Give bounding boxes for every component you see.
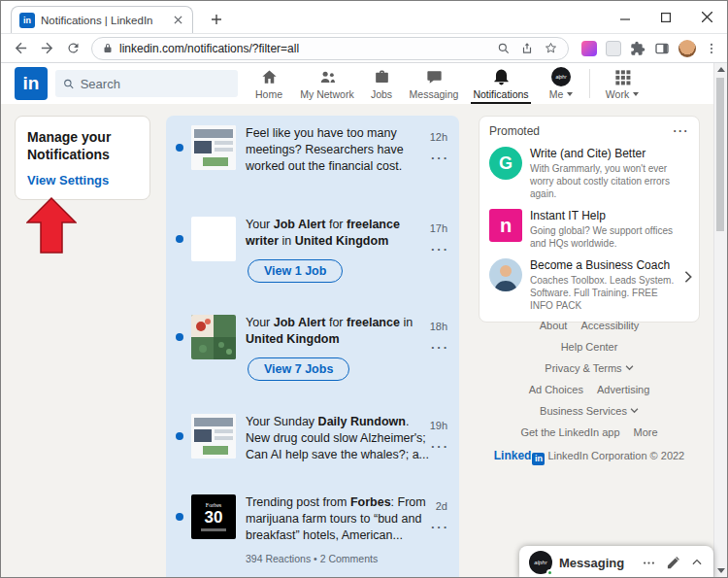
notification-item[interactable]: Your Sunday Daily Rundown. New drug coul…: [166, 414, 459, 463]
promoted-more-icon[interactable]: ···: [674, 124, 690, 138]
browser-window: in Notifications | LinkedIn linkedin.co: [0, 0, 728, 578]
bookmark-star-icon[interactable]: [544, 41, 558, 55]
search-box[interactable]: [55, 70, 238, 97]
notification-text: Feel like you have too many meetings? Re…: [246, 125, 432, 175]
maximize-button[interactable]: [645, 1, 686, 33]
linkedin-wordmark-in: in: [532, 453, 545, 465]
coach-photo-avatar: [489, 258, 522, 291]
chevron-right-icon[interactable]: [683, 270, 693, 288]
new-tab-button[interactable]: [207, 10, 226, 29]
messaging-dock[interactable]: alphr Messaging: [519, 546, 713, 578]
chevron-up-icon[interactable]: [690, 556, 704, 569]
work-grid-icon: [613, 68, 632, 86]
extensions-area: [581, 40, 718, 57]
nav-notifications[interactable]: Notifications: [465, 63, 537, 104]
linkedin-favicon: in: [19, 13, 35, 28]
side-panel-icon[interactable]: [654, 41, 670, 56]
timestamp: 18h: [430, 321, 447, 332]
view-settings-link[interactable]: View Settings: [27, 173, 138, 187]
unread-dot: [176, 513, 183, 521]
footer-link-advertising[interactable]: Advertising: [597, 384, 649, 395]
reactions-count[interactable]: 394 Reactions: [246, 553, 311, 564]
comments-count[interactable]: 2 Comments: [320, 553, 379, 564]
grammarly-icon: G: [489, 147, 522, 180]
nav-messaging[interactable]: Messaging: [403, 63, 465, 104]
footer-logo-line: LinkedinLinkedIn Corporation © 2022: [492, 448, 686, 465]
scroll-down-arrow[interactable]: [714, 564, 727, 577]
extension-icon[interactable]: [606, 41, 621, 56]
url-text: linkedin.com/notifications/?filter=all: [119, 42, 491, 55]
unread-dot: [176, 333, 183, 341]
notification-text: Your Job Alert for freelance in United K…: [246, 315, 432, 348]
search-input[interactable]: [81, 77, 230, 91]
footer-link-privacy-terms[interactable]: Privacy & Terms: [545, 362, 633, 374]
puzzle-extensions-icon[interactable]: [630, 41, 645, 56]
messaging-more-icon[interactable]: [642, 556, 656, 570]
reactions-line: 394 Reactions • 2 Comments: [246, 553, 432, 564]
nav-my-network[interactable]: My Network: [294, 63, 360, 104]
notification-item[interactable]: Forbes30 Trending post from Forbes: From…: [166, 494, 459, 564]
nav-home[interactable]: Home: [244, 63, 294, 104]
back-button[interactable]: [9, 37, 32, 60]
more-menu-icon[interactable]: ···: [431, 151, 449, 165]
notification-item[interactable]: Feel like you have too many meetings? Re…: [166, 125, 459, 175]
chrome-menu-icon[interactable]: [705, 42, 718, 55]
bell-icon: [492, 68, 511, 86]
zoom-icon[interactable]: [497, 42, 511, 55]
search-icon: [63, 78, 75, 90]
view-jobs-button[interactable]: View 7 Jobs: [248, 357, 349, 381]
jobs-icon: [373, 68, 391, 86]
footer-link-about[interactable]: About: [540, 320, 568, 331]
online-status-dot: [546, 569, 553, 576]
notification-text: Your Sunday Daily Rundown. New drug coul…: [246, 414, 432, 463]
minimize-button[interactable]: [605, 1, 645, 33]
browser-tab[interactable]: in Notifications | LinkedIn: [11, 6, 193, 33]
daily-rundown-thumbnail: [191, 414, 236, 459]
ad-instant-it[interactable]: n Instant IT Help Going global? We suppo…: [489, 209, 689, 250]
share-icon[interactable]: [520, 42, 534, 55]
more-menu-icon[interactable]: ···: [431, 520, 449, 534]
footer-link-business-services[interactable]: Business Services: [540, 405, 639, 417]
ad-business-coach[interactable]: Become a Business Coach Coaches Toolbox.…: [489, 258, 689, 312]
linkedin-wordmark: Linked: [494, 449, 532, 462]
notification-item[interactable]: Your Job Alert for freelance writer in U…: [166, 217, 459, 283]
chevron-down-icon: [625, 365, 634, 371]
forward-button[interactable]: [35, 37, 58, 60]
footer-link-more[interactable]: More: [634, 426, 658, 438]
address-bar[interactable]: linkedin.com/notifications/?filter=all: [91, 37, 569, 60]
footer-link-ad-choices[interactable]: Ad Choices: [529, 384, 583, 395]
footer-link-accessibility[interactable]: Accessibility: [580, 320, 639, 331]
more-menu-icon[interactable]: ···: [431, 242, 449, 256]
ad-grammarly[interactable]: G Write (and Cite) Better With Grammarly…: [489, 147, 689, 200]
nav-jobs[interactable]: Jobs: [360, 63, 403, 104]
more-menu-icon[interactable]: ···: [431, 439, 449, 454]
browser-toolbar: linkedin.com/notifications/?filter=all: [1, 33, 727, 63]
window-controls: [605, 1, 727, 33]
linkedin-logo[interactable]: in: [15, 67, 48, 100]
close-button[interactable]: [686, 1, 727, 33]
linkedin-header: in Home My Network Jobs Messaging: [1, 63, 715, 104]
manage-notifications-card: Manage your Notifications View Settings: [15, 116, 150, 200]
more-menu-icon[interactable]: ···: [431, 340, 449, 355]
main-nav: Home My Network Jobs Messaging Notificat…: [244, 63, 650, 104]
notification-item[interactable]: Your Job Alert for freelance in United K…: [166, 315, 459, 381]
compose-message-icon[interactable]: [666, 556, 680, 570]
page-scrollbar[interactable]: [713, 63, 727, 577]
timestamp: 19h: [430, 420, 447, 431]
reload-button[interactable]: [61, 37, 84, 60]
unread-dot: [176, 144, 183, 152]
footer-link-help-center[interactable]: Help Center: [561, 341, 618, 353]
view-jobs-button[interactable]: View 1 Job: [248, 259, 343, 283]
pencil-extension-icon[interactable]: [581, 41, 597, 56]
chrome-profile-avatar[interactable]: [678, 40, 696, 57]
nav-work[interactable]: Work: [594, 63, 650, 104]
scrollbar-thumb[interactable]: [716, 78, 724, 231]
tab-close-icon[interactable]: [171, 14, 184, 27]
chevron-down-icon: [633, 92, 639, 96]
footer-link-get-app[interactable]: Get the LinkedIn app: [520, 426, 619, 438]
scroll-up-arrow[interactable]: [714, 63, 727, 76]
notification-text: Your Job Alert for freelance writer in U…: [246, 217, 432, 250]
promoted-title: Promoted: [489, 124, 540, 138]
nav-me[interactable]: alphr Me: [537, 63, 585, 104]
forbes-thumbnail: Forbes30: [191, 494, 236, 539]
